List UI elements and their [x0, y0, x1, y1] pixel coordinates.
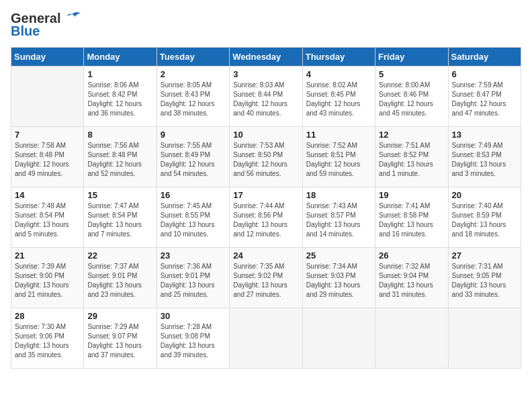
day-info: Sunrise: 7:43 AM Sunset: 8:57 PM Dayligh…	[306, 201, 371, 239]
calendar-cell: 18Sunrise: 7:43 AM Sunset: 8:57 PM Dayli…	[302, 187, 375, 248]
logo-blue: Blue	[11, 24, 40, 39]
header-row: SundayMondayTuesdayWednesdayThursdayFrid…	[11, 48, 521, 66]
day-info: Sunrise: 7:58 AM Sunset: 8:48 PM Dayligh…	[15, 141, 80, 179]
day-info: Sunrise: 8:06 AM Sunset: 8:42 PM Dayligh…	[87, 81, 152, 118]
day-info: Sunrise: 7:31 AM Sunset: 9:05 PM Dayligh…	[452, 262, 517, 300]
calendar-cell: 11Sunrise: 7:52 AM Sunset: 8:51 PM Dayli…	[302, 127, 375, 187]
header-day: Thursday	[302, 48, 375, 66]
day-number: 17	[233, 190, 298, 200]
day-number: 6	[452, 69, 517, 79]
day-info: Sunrise: 7:48 AM Sunset: 8:54 PM Dayligh…	[15, 201, 80, 239]
calendar-cell: 20Sunrise: 7:40 AM Sunset: 8:59 PM Dayli…	[448, 187, 521, 248]
day-info: Sunrise: 7:55 AM Sunset: 8:49 PM Dayligh…	[161, 141, 226, 179]
calendar-cell: 2Sunrise: 8:05 AM Sunset: 8:43 PM Daylig…	[157, 66, 229, 127]
logo: General Blue	[11, 11, 81, 39]
calendar-cell: 13Sunrise: 7:49 AM Sunset: 8:53 PM Dayli…	[448, 127, 521, 187]
calendar-cell: 21Sunrise: 7:39 AM Sunset: 9:00 PM Dayli…	[11, 248, 84, 308]
day-info: Sunrise: 8:00 AM Sunset: 8:46 PM Dayligh…	[379, 81, 444, 118]
calendar-cell: 25Sunrise: 7:34 AM Sunset: 9:03 PM Dayli…	[302, 248, 375, 308]
day-number: 11	[306, 130, 371, 140]
day-info: Sunrise: 7:36 AM Sunset: 9:01 PM Dayligh…	[161, 262, 226, 300]
calendar-cell: 19Sunrise: 7:41 AM Sunset: 8:58 PM Dayli…	[375, 187, 448, 248]
header: General Blue	[11, 11, 521, 39]
day-info: Sunrise: 7:30 AM Sunset: 9:06 PM Dayligh…	[15, 322, 80, 360]
day-info: Sunrise: 7:56 AM Sunset: 8:48 PM Dayligh…	[87, 141, 152, 179]
day-info: Sunrise: 7:44 AM Sunset: 8:56 PM Dayligh…	[233, 201, 298, 239]
calendar-cell	[302, 308, 375, 369]
calendar-cell: 27Sunrise: 7:31 AM Sunset: 9:05 PM Dayli…	[448, 248, 521, 308]
calendar-cell: 17Sunrise: 7:44 AM Sunset: 8:56 PM Dayli…	[230, 187, 302, 248]
calendar-cell: 4Sunrise: 8:02 AM Sunset: 8:45 PM Daylig…	[302, 66, 375, 127]
day-number: 28	[15, 311, 80, 321]
day-number: 24	[233, 250, 298, 261]
header-day: Tuesday	[157, 48, 229, 66]
calendar-cell: 1Sunrise: 8:06 AM Sunset: 8:42 PM Daylig…	[84, 66, 157, 127]
day-number: 22	[87, 250, 152, 261]
day-info: Sunrise: 7:39 AM Sunset: 9:00 PM Dayligh…	[15, 262, 80, 300]
day-number: 10	[233, 130, 298, 140]
day-number: 16	[161, 190, 226, 200]
calendar-week-row: 28Sunrise: 7:30 AM Sunset: 9:06 PM Dayli…	[11, 308, 521, 369]
day-number: 3	[233, 69, 298, 79]
day-info: Sunrise: 7:59 AM Sunset: 8:47 PM Dayligh…	[452, 81, 517, 118]
calendar-cell: 6Sunrise: 7:59 AM Sunset: 8:47 PM Daylig…	[448, 66, 521, 127]
calendar-cell: 23Sunrise: 7:36 AM Sunset: 9:01 PM Dayli…	[157, 248, 229, 308]
day-number: 2	[161, 69, 226, 79]
header-day: Saturday	[448, 48, 521, 66]
day-info: Sunrise: 7:28 AM Sunset: 9:08 PM Dayligh…	[161, 322, 226, 360]
day-info: Sunrise: 7:51 AM Sunset: 8:52 PM Dayligh…	[379, 141, 444, 179]
day-info: Sunrise: 8:02 AM Sunset: 8:45 PM Dayligh…	[306, 81, 371, 118]
calendar-week-row: 21Sunrise: 7:39 AM Sunset: 9:00 PM Dayli…	[11, 248, 521, 308]
day-number: 21	[15, 250, 80, 261]
day-info: Sunrise: 7:49 AM Sunset: 8:53 PM Dayligh…	[452, 141, 517, 179]
day-number: 7	[15, 130, 80, 140]
calendar-table: SundayMondayTuesdayWednesdayThursdayFrid…	[11, 47, 521, 369]
calendar-cell: 16Sunrise: 7:45 AM Sunset: 8:55 PM Dayli…	[157, 187, 229, 248]
calendar-cell	[448, 308, 521, 369]
calendar-cell: 26Sunrise: 7:32 AM Sunset: 9:04 PM Dayli…	[375, 248, 448, 308]
header-day: Sunday	[11, 48, 84, 66]
day-info: Sunrise: 7:35 AM Sunset: 9:02 PM Dayligh…	[233, 262, 298, 300]
calendar-cell	[11, 66, 84, 127]
day-info: Sunrise: 7:41 AM Sunset: 8:58 PM Dayligh…	[379, 201, 444, 239]
calendar-cell: 9Sunrise: 7:55 AM Sunset: 8:49 PM Daylig…	[157, 127, 229, 187]
calendar-cell: 30Sunrise: 7:28 AM Sunset: 9:08 PM Dayli…	[157, 308, 229, 369]
day-number: 5	[379, 69, 444, 79]
day-number: 19	[379, 190, 444, 200]
day-number: 29	[87, 311, 152, 321]
day-number: 23	[161, 250, 226, 261]
day-number: 25	[306, 250, 371, 261]
day-info: Sunrise: 7:29 AM Sunset: 9:07 PM Dayligh…	[87, 322, 152, 360]
day-number: 14	[15, 190, 80, 200]
day-number: 15	[87, 190, 152, 200]
calendar-cell: 3Sunrise: 8:03 AM Sunset: 8:44 PM Daylig…	[230, 66, 302, 127]
calendar-cell	[375, 308, 448, 369]
calendar-cell: 28Sunrise: 7:30 AM Sunset: 9:06 PM Dayli…	[11, 308, 84, 369]
day-info: Sunrise: 7:52 AM Sunset: 8:51 PM Dayligh…	[306, 141, 371, 179]
day-number: 12	[379, 130, 444, 140]
day-number: 30	[161, 311, 226, 321]
day-info: Sunrise: 7:32 AM Sunset: 9:04 PM Dayligh…	[379, 262, 444, 300]
day-info: Sunrise: 7:47 AM Sunset: 8:54 PM Dayligh…	[87, 201, 152, 239]
day-number: 26	[379, 250, 444, 261]
header-day: Wednesday	[230, 48, 302, 66]
calendar-week-row: 14Sunrise: 7:48 AM Sunset: 8:54 PM Dayli…	[11, 187, 521, 248]
day-number: 13	[452, 130, 517, 140]
calendar-cell: 5Sunrise: 8:00 AM Sunset: 8:46 PM Daylig…	[375, 66, 448, 127]
day-info: Sunrise: 8:03 AM Sunset: 8:44 PM Dayligh…	[233, 81, 298, 118]
day-number: 1	[87, 69, 152, 79]
day-info: Sunrise: 7:34 AM Sunset: 9:03 PM Dayligh…	[306, 262, 371, 300]
day-info: Sunrise: 7:53 AM Sunset: 8:50 PM Dayligh…	[233, 141, 298, 179]
day-info: Sunrise: 7:37 AM Sunset: 9:01 PM Dayligh…	[87, 262, 152, 300]
calendar-cell: 12Sunrise: 7:51 AM Sunset: 8:52 PM Dayli…	[375, 127, 448, 187]
header-day: Friday	[375, 48, 448, 66]
day-number: 20	[452, 190, 517, 200]
calendar-cell: 10Sunrise: 7:53 AM Sunset: 8:50 PM Dayli…	[230, 127, 302, 187]
day-info: Sunrise: 7:40 AM Sunset: 8:59 PM Dayligh…	[452, 201, 517, 239]
day-number: 18	[306, 190, 371, 200]
day-info: Sunrise: 7:45 AM Sunset: 8:55 PM Dayligh…	[161, 201, 226, 239]
logo-bird-icon	[63, 11, 81, 26]
calendar-cell	[230, 308, 302, 369]
day-number: 4	[306, 69, 371, 79]
calendar-cell: 15Sunrise: 7:47 AM Sunset: 8:54 PM Dayli…	[84, 187, 157, 248]
